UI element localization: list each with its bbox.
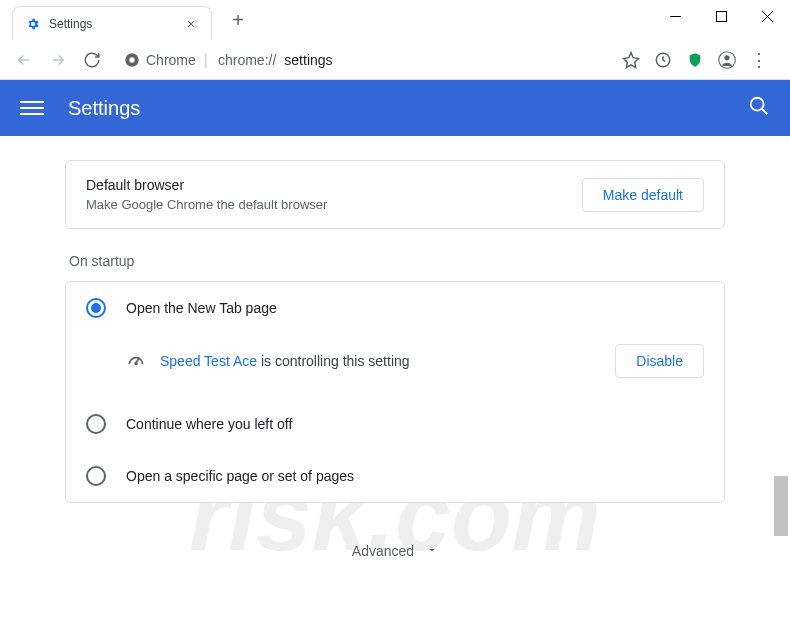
kebab-menu-icon[interactable]: ⋮ bbox=[750, 49, 768, 71]
controlled-text: Speed Test Ace is controlling this setti… bbox=[160, 353, 601, 369]
extension-link[interactable]: Speed Test Ace bbox=[160, 353, 257, 369]
hamburger-icon[interactable] bbox=[20, 96, 44, 120]
forward-button[interactable] bbox=[44, 46, 72, 74]
startup-option-label: Open a specific page or set of pages bbox=[126, 468, 354, 484]
url-path: settings bbox=[284, 52, 332, 68]
settings-content: Default browser Make Google Chrome the d… bbox=[65, 136, 725, 599]
disable-button[interactable]: Disable bbox=[615, 344, 704, 378]
svg-line-10 bbox=[762, 109, 768, 115]
startup-option-specific[interactable]: Open a specific page or set of pages bbox=[66, 450, 724, 502]
svg-point-9 bbox=[751, 98, 764, 111]
radio-checked-icon[interactable] bbox=[86, 298, 106, 318]
shield-icon[interactable] bbox=[686, 51, 704, 69]
advanced-label: Advanced bbox=[352, 543, 414, 559]
radio-unchecked-icon[interactable] bbox=[86, 466, 106, 486]
content-scroll[interactable]: PC risk.com Default browser Make Google … bbox=[0, 136, 790, 640]
default-browser-title: Default browser bbox=[86, 177, 582, 193]
close-icon[interactable]: × bbox=[183, 16, 199, 32]
startup-section-label: On startup bbox=[69, 253, 725, 269]
radio-unchecked-icon[interactable] bbox=[86, 414, 106, 434]
window-titlebar: Settings × + bbox=[0, 0, 790, 40]
minimize-button[interactable] bbox=[652, 0, 698, 32]
tab-title: Settings bbox=[49, 17, 183, 31]
new-tab-button[interactable]: + bbox=[224, 6, 252, 34]
controlled-suffix: is controlling this setting bbox=[257, 353, 410, 369]
default-browser-card: Default browser Make Google Chrome the d… bbox=[65, 160, 725, 229]
gear-icon bbox=[25, 16, 41, 32]
extension-icon[interactable] bbox=[654, 51, 672, 69]
address-bar[interactable]: Chrome | chrome://settings ⋮ bbox=[112, 45, 780, 75]
svg-point-8 bbox=[724, 55, 729, 60]
svg-point-12 bbox=[135, 363, 137, 365]
gauge-icon bbox=[126, 351, 146, 371]
site-chip: Chrome | bbox=[124, 51, 210, 69]
chrome-icon bbox=[124, 52, 140, 68]
extension-controlled-row: Speed Test Ace is controlling this setti… bbox=[66, 334, 724, 398]
star-icon[interactable] bbox=[622, 51, 640, 69]
maximize-button[interactable] bbox=[698, 0, 744, 32]
scrollbar[interactable] bbox=[774, 136, 788, 640]
advanced-toggle[interactable]: Advanced bbox=[65, 543, 725, 559]
close-window-button[interactable] bbox=[744, 0, 790, 32]
chevron-down-icon bbox=[426, 543, 438, 559]
settings-header: Settings bbox=[0, 80, 790, 136]
window-controls bbox=[652, 0, 790, 32]
svg-rect-1 bbox=[716, 11, 726, 21]
page-title: Settings bbox=[68, 97, 140, 120]
reload-button[interactable] bbox=[78, 46, 106, 74]
site-chip-label: Chrome bbox=[146, 52, 196, 68]
browser-toolbar: Chrome | chrome://settings ⋮ bbox=[0, 40, 790, 80]
chip-separator: | bbox=[204, 51, 208, 69]
startup-option-label: Open the New Tab page bbox=[126, 300, 277, 316]
back-button[interactable] bbox=[10, 46, 38, 74]
avatar-icon[interactable] bbox=[718, 51, 736, 69]
startup-option-continue[interactable]: Continue where you left off bbox=[66, 398, 724, 450]
startup-option-newtab[interactable]: Open the New Tab page bbox=[66, 282, 724, 334]
startup-options-card: Open the New Tab page Speed Test Ace is … bbox=[65, 281, 725, 503]
startup-option-label: Continue where you left off bbox=[126, 416, 292, 432]
url-scheme: chrome:// bbox=[218, 52, 276, 68]
scrollbar-thumb[interactable] bbox=[774, 476, 788, 536]
make-default-button[interactable]: Make default bbox=[582, 178, 704, 212]
svg-point-5 bbox=[129, 57, 134, 62]
default-browser-subtitle: Make Google Chrome the default browser bbox=[86, 197, 582, 212]
browser-tab-settings[interactable]: Settings × bbox=[12, 6, 212, 40]
search-icon[interactable] bbox=[748, 95, 770, 121]
